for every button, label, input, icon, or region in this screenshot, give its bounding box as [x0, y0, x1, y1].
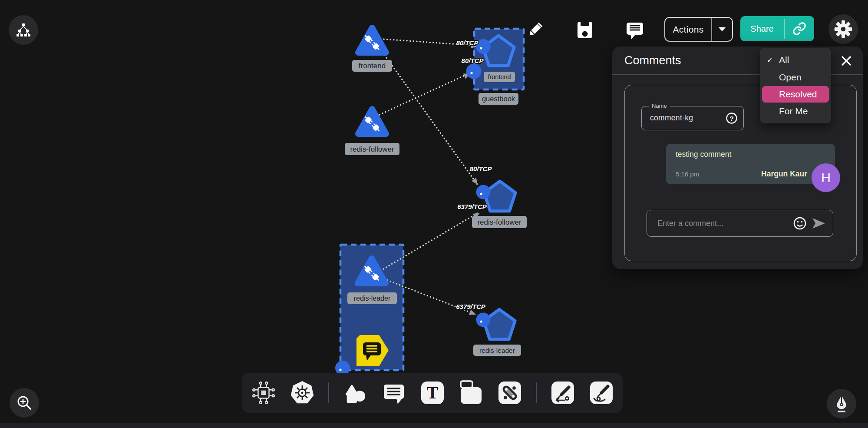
save-button[interactable] [573, 18, 597, 42]
send-comment-button[interactable] [811, 217, 826, 230]
bottom-toolbar: T [242, 373, 623, 413]
filter-option-label: Open [779, 72, 801, 83]
connector-tool-button[interactable] [497, 379, 522, 406]
help-icon: ? [726, 112, 738, 124]
actions-dropdown-toggle[interactable] [712, 18, 732, 41]
comment-input-wrap [647, 210, 833, 237]
filter-option-resolved[interactable]: Resolved [762, 86, 829, 103]
avatar-initial: H [821, 170, 831, 185]
node-redis-leader-pod[interactable] [476, 309, 515, 339]
emoji-button[interactable] [793, 216, 807, 230]
freehand-tool-button[interactable] [589, 379, 614, 406]
filter-option-label: Resolved [779, 89, 817, 100]
share-button[interactable]: Share [740, 16, 814, 41]
comment-author: Hargun Kaur [761, 169, 807, 179]
edge-port-label: 80/TCP [456, 39, 479, 46]
edge-redis-follower-svc-to-frontend-pod[interactable] [380, 73, 469, 115]
edge-redis-leader-svc-to-redis-follower-pod[interactable] [383, 212, 479, 269]
emoji-icon [793, 216, 807, 230]
filter-option-open[interactable]: Open [760, 69, 831, 86]
node-label: frontend [488, 73, 511, 80]
pen-tool-button[interactable] [550, 379, 575, 406]
pen-mode-button[interactable] [827, 389, 856, 418]
shapes-tool-button[interactable] [343, 379, 368, 406]
node-label: redis-leader [354, 295, 391, 302]
name-field[interactable]: Name comment-kg ? [641, 106, 744, 130]
kubernetes-tool-button[interactable] [290, 379, 315, 406]
name-field-value: comment-kg [650, 113, 693, 123]
group-label: guestbook [482, 95, 515, 103]
comment-tool-icon [381, 380, 406, 405]
settings-button[interactable] [828, 14, 858, 44]
toolbar-divider [328, 382, 329, 403]
comments-panel-title: Comments [624, 54, 681, 67]
edge-port-label: 80/TCP [462, 57, 484, 64]
share-label: Share [740, 16, 784, 41]
filter-option-label: For Me [779, 106, 808, 116]
text-tool-icon: T [420, 380, 445, 405]
comment-input[interactable] [647, 210, 796, 236]
edge-frontend-svc-to-redis-follower-pod[interactable] [385, 55, 477, 184]
toolbar-divider [536, 382, 537, 403]
container-circle[interactable] [466, 64, 482, 79]
svg-text:?: ? [729, 115, 733, 122]
chip-icon [251, 381, 276, 405]
node-label: redis-follower [350, 145, 394, 153]
tree-icon [14, 20, 33, 40]
zoom-in-icon [15, 394, 33, 412]
comment-text: testing comment [676, 150, 731, 159]
node-label: frontend [359, 62, 386, 70]
shapes-icon [343, 381, 367, 405]
frame-tool-button[interactable] [459, 379, 484, 406]
pen-line-icon [550, 380, 575, 405]
text-tool-button[interactable]: T [420, 379, 445, 406]
gear-icon [833, 19, 853, 39]
pen-nib-icon [832, 394, 851, 413]
copy-link-button[interactable] [785, 16, 814, 41]
close-icon [841, 55, 852, 66]
filter-option-label: All [779, 55, 789, 65]
zoom-in-button[interactable] [10, 388, 39, 418]
filter-option-all[interactable]: ✓ All [760, 51, 831, 69]
pencil-scribble-icon [589, 380, 614, 405]
hierarchy-menu-button[interactable] [9, 15, 38, 45]
edge-port-label: 6379/TCP [456, 303, 486, 310]
caret-down-icon [719, 27, 726, 31]
architecture-tool-button[interactable] [251, 379, 276, 406]
filter-option-for-me[interactable]: For Me [760, 103, 831, 120]
comment-timestamp: 5:16 pm [676, 170, 699, 178]
node-label: redis-follower [477, 218, 521, 226]
help-button[interactable]: ? [725, 112, 738, 125]
edge-port-label: 6379/TCP [457, 203, 487, 210]
avatar[interactable]: H [812, 163, 840, 192]
kubernetes-icon [290, 380, 315, 405]
chain-link-icon [497, 380, 522, 405]
bottom-edge-strip [0, 423, 868, 428]
edit-button[interactable] [524, 18, 547, 41]
node-redis-follower-service[interactable] [358, 109, 386, 134]
node-label: redis-leader [479, 347, 515, 354]
svg-text:T: T [426, 383, 438, 402]
pencil-icon [526, 20, 545, 39]
comment-item[interactable]: testing comment 5:16 pm Hargun Kaur [666, 144, 835, 184]
edge-port-label: 80/TCP [470, 165, 492, 173]
frame-icon [459, 380, 484, 405]
send-icon [811, 217, 826, 229]
comment-icon [624, 20, 645, 40]
comments-filter-menu: ✓ All Open Resolved For Me [760, 48, 831, 123]
node-frontend-service[interactable] [358, 28, 386, 53]
link-icon [792, 22, 806, 36]
comment-tool-button[interactable] [381, 379, 406, 406]
checkmark-icon: ✓ [767, 56, 779, 65]
name-field-label: Name [649, 103, 670, 109]
comments-toggle-button[interactable] [623, 18, 647, 42]
close-panel-button[interactable] [838, 52, 855, 70]
container-circle[interactable] [476, 313, 491, 327]
save-icon [575, 20, 595, 40]
actions-button[interactable]: Actions [664, 17, 733, 42]
container-circle[interactable] [476, 185, 491, 199]
actions-label: Actions [665, 18, 711, 41]
